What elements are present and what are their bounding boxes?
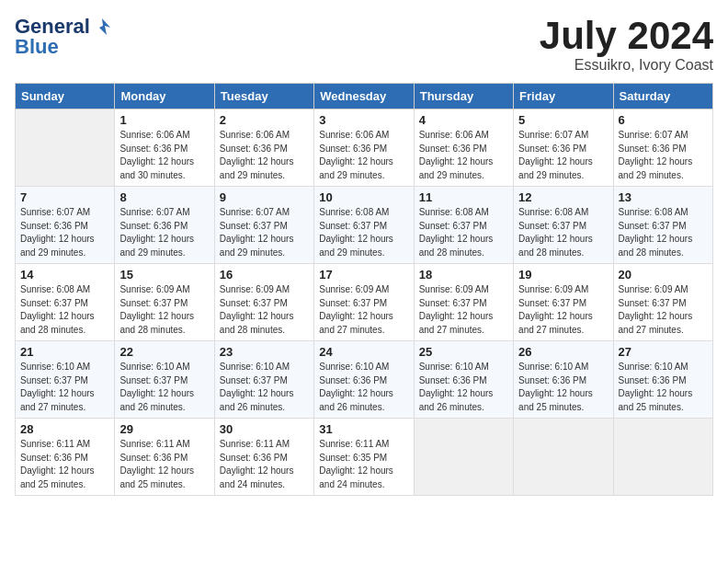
day-info: Sunrise: 6:08 AMSunset: 6:37 PMDaylight:… bbox=[319, 207, 393, 258]
calendar-cell: 10 Sunrise: 6:08 AMSunset: 6:37 PMDaylig… bbox=[314, 187, 414, 264]
calendar-cell: 21 Sunrise: 6:10 AMSunset: 6:37 PMDaylig… bbox=[16, 341, 115, 419]
weekday-header-saturday: Saturday bbox=[613, 84, 712, 109]
day-number: 14 bbox=[20, 268, 109, 282]
day-number: 11 bbox=[419, 190, 508, 204]
calendar-cell bbox=[613, 419, 712, 496]
day-number: 3 bbox=[319, 113, 408, 127]
calendar-table: SundayMondayTuesdayWednesdayThursdayFrid… bbox=[15, 83, 713, 496]
day-info: Sunrise: 6:06 AMSunset: 6:36 PMDaylight:… bbox=[220, 130, 294, 180]
weekday-header-row: SundayMondayTuesdayWednesdayThursdayFrid… bbox=[16, 84, 713, 109]
calendar-week-4: 21 Sunrise: 6:10 AMSunset: 6:37 PMDaylig… bbox=[16, 341, 713, 419]
day-number: 9 bbox=[220, 190, 309, 204]
day-info: Sunrise: 6:08 AMSunset: 6:37 PMDaylight:… bbox=[619, 207, 693, 258]
calendar-cell: 19 Sunrise: 6:09 AMSunset: 6:37 PMDaylig… bbox=[514, 264, 613, 341]
day-info: Sunrise: 6:11 AMSunset: 6:36 PMDaylight:… bbox=[20, 439, 95, 489]
calendar-cell: 13 Sunrise: 6:08 AMSunset: 6:37 PMDaylig… bbox=[613, 187, 712, 264]
calendar-week-1: 1 Sunrise: 6:06 AMSunset: 6:36 PMDayligh… bbox=[16, 109, 713, 187]
calendar-cell: 4 Sunrise: 6:06 AMSunset: 6:36 PMDayligh… bbox=[414, 109, 513, 187]
calendar-cell: 26 Sunrise: 6:10 AMSunset: 6:36 PMDaylig… bbox=[514, 341, 613, 419]
day-info: Sunrise: 6:10 AMSunset: 6:36 PMDaylight:… bbox=[518, 362, 593, 412]
day-number: 17 bbox=[319, 268, 408, 282]
calendar-cell bbox=[414, 419, 513, 496]
day-number: 26 bbox=[518, 345, 608, 359]
calendar-cell: 22 Sunrise: 6:10 AMSunset: 6:37 PMDaylig… bbox=[115, 341, 214, 419]
day-info: Sunrise: 6:08 AMSunset: 6:37 PMDaylight:… bbox=[419, 207, 494, 258]
calendar-cell: 6 Sunrise: 6:07 AMSunset: 6:36 PMDayligh… bbox=[613, 109, 712, 187]
calendar-cell: 28 Sunrise: 6:11 AMSunset: 6:36 PMDaylig… bbox=[16, 419, 115, 496]
day-info: Sunrise: 6:06 AMSunset: 6:36 PMDaylight:… bbox=[319, 130, 393, 180]
day-info: Sunrise: 6:08 AMSunset: 6:37 PMDaylight:… bbox=[518, 207, 593, 258]
calendar-cell: 20 Sunrise: 6:09 AMSunset: 6:37 PMDaylig… bbox=[613, 264, 712, 341]
day-info: Sunrise: 6:09 AMSunset: 6:37 PMDaylight:… bbox=[419, 284, 494, 335]
calendar-cell: 23 Sunrise: 6:10 AMSunset: 6:37 PMDaylig… bbox=[214, 341, 313, 419]
page-header: General Blue July 2024 Essuikro, Ivory C… bbox=[15, 15, 713, 74]
day-number: 24 bbox=[319, 345, 408, 359]
day-number: 30 bbox=[220, 422, 309, 436]
day-number: 25 bbox=[419, 345, 508, 359]
weekday-header-wednesday: Wednesday bbox=[314, 84, 414, 109]
calendar-week-5: 28 Sunrise: 6:11 AMSunset: 6:36 PMDaylig… bbox=[16, 419, 713, 496]
calendar-cell bbox=[514, 419, 613, 496]
calendar-cell: 29 Sunrise: 6:11 AMSunset: 6:36 PMDaylig… bbox=[115, 419, 214, 496]
calendar-cell: 3 Sunrise: 6:06 AMSunset: 6:36 PMDayligh… bbox=[314, 109, 414, 187]
weekday-header-monday: Monday bbox=[115, 84, 214, 109]
location: Essuikro, Ivory Coast bbox=[540, 57, 713, 74]
day-number: 5 bbox=[518, 113, 608, 127]
title-area: July 2024 Essuikro, Ivory Coast bbox=[540, 15, 713, 74]
day-number: 31 bbox=[319, 422, 408, 436]
calendar-cell bbox=[16, 109, 115, 187]
day-number: 21 bbox=[20, 345, 109, 359]
day-number: 18 bbox=[419, 268, 508, 282]
calendar-cell: 8 Sunrise: 6:07 AMSunset: 6:36 PMDayligh… bbox=[115, 187, 214, 264]
day-info: Sunrise: 6:09 AMSunset: 6:37 PMDaylight:… bbox=[319, 284, 393, 335]
calendar-cell: 14 Sunrise: 6:08 AMSunset: 6:37 PMDaylig… bbox=[16, 264, 115, 341]
calendar-cell: 30 Sunrise: 6:11 AMSunset: 6:36 PMDaylig… bbox=[214, 419, 313, 496]
day-number: 7 bbox=[20, 190, 109, 204]
day-number: 4 bbox=[419, 113, 508, 127]
day-number: 20 bbox=[619, 268, 708, 282]
day-number: 19 bbox=[518, 268, 608, 282]
calendar-cell: 15 Sunrise: 6:09 AMSunset: 6:37 PMDaylig… bbox=[115, 264, 214, 341]
day-number: 16 bbox=[220, 268, 309, 282]
day-number: 10 bbox=[319, 190, 408, 204]
day-info: Sunrise: 6:09 AMSunset: 6:37 PMDaylight:… bbox=[220, 284, 294, 335]
day-number: 28 bbox=[20, 422, 109, 436]
day-info: Sunrise: 6:10 AMSunset: 6:37 PMDaylight:… bbox=[119, 362, 194, 412]
day-number: 1 bbox=[119, 113, 209, 127]
calendar-cell: 9 Sunrise: 6:07 AMSunset: 6:37 PMDayligh… bbox=[214, 187, 313, 264]
day-info: Sunrise: 6:09 AMSunset: 6:37 PMDaylight:… bbox=[619, 284, 693, 335]
calendar-cell: 18 Sunrise: 6:09 AMSunset: 6:37 PMDaylig… bbox=[414, 264, 513, 341]
weekday-header-friday: Friday bbox=[514, 84, 613, 109]
logo-blue: Blue bbox=[15, 35, 59, 59]
day-number: 13 bbox=[619, 190, 708, 204]
day-info: Sunrise: 6:10 AMSunset: 6:37 PMDaylight:… bbox=[20, 362, 95, 412]
calendar-cell: 17 Sunrise: 6:09 AMSunset: 6:37 PMDaylig… bbox=[314, 264, 414, 341]
svg-marker-0 bbox=[99, 18, 110, 35]
day-info: Sunrise: 6:09 AMSunset: 6:37 PMDaylight:… bbox=[518, 284, 593, 335]
calendar-cell: 5 Sunrise: 6:07 AMSunset: 6:36 PMDayligh… bbox=[514, 109, 613, 187]
day-info: Sunrise: 6:07 AMSunset: 6:37 PMDaylight:… bbox=[220, 207, 294, 258]
calendar-cell: 25 Sunrise: 6:10 AMSunset: 6:36 PMDaylig… bbox=[414, 341, 513, 419]
calendar-cell: 1 Sunrise: 6:06 AMSunset: 6:36 PMDayligh… bbox=[115, 109, 214, 187]
day-number: 23 bbox=[220, 345, 309, 359]
calendar-cell: 7 Sunrise: 6:07 AMSunset: 6:36 PMDayligh… bbox=[16, 187, 115, 264]
calendar-cell: 12 Sunrise: 6:08 AMSunset: 6:37 PMDaylig… bbox=[514, 187, 613, 264]
logo-bird-icon bbox=[92, 17, 112, 37]
day-info: Sunrise: 6:10 AMSunset: 6:36 PMDaylight:… bbox=[619, 362, 693, 412]
day-info: Sunrise: 6:10 AMSunset: 6:37 PMDaylight:… bbox=[220, 362, 294, 412]
weekday-header-sunday: Sunday bbox=[16, 84, 115, 109]
day-info: Sunrise: 6:07 AMSunset: 6:36 PMDaylight:… bbox=[518, 130, 593, 180]
day-info: Sunrise: 6:08 AMSunset: 6:37 PMDaylight:… bbox=[20, 284, 95, 335]
weekday-header-thursday: Thursday bbox=[414, 84, 513, 109]
day-info: Sunrise: 6:06 AMSunset: 6:36 PMDaylight:… bbox=[419, 130, 494, 180]
day-number: 27 bbox=[619, 345, 708, 359]
day-number: 6 bbox=[619, 113, 708, 127]
day-number: 12 bbox=[518, 190, 608, 204]
calendar-cell: 27 Sunrise: 6:10 AMSunset: 6:36 PMDaylig… bbox=[613, 341, 712, 419]
day-info: Sunrise: 6:07 AMSunset: 6:36 PMDaylight:… bbox=[619, 130, 693, 180]
calendar-cell: 16 Sunrise: 6:09 AMSunset: 6:37 PMDaylig… bbox=[214, 264, 313, 341]
day-number: 15 bbox=[119, 268, 209, 282]
weekday-header-tuesday: Tuesday bbox=[214, 84, 313, 109]
calendar-week-2: 7 Sunrise: 6:07 AMSunset: 6:36 PMDayligh… bbox=[16, 187, 713, 264]
day-info: Sunrise: 6:09 AMSunset: 6:37 PMDaylight:… bbox=[119, 284, 194, 335]
